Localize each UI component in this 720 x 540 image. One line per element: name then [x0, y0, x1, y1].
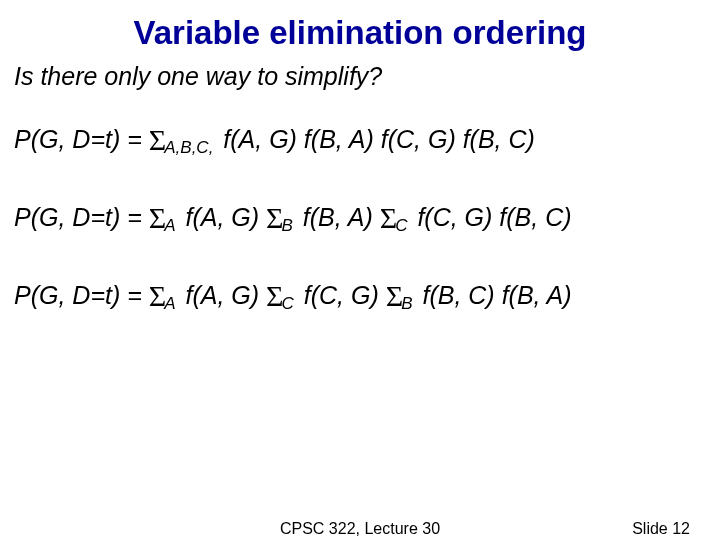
- eq1-sub: A,B,C,: [164, 138, 213, 157]
- slide-title: Variable elimination ordering: [0, 0, 720, 58]
- eq3-t2: f(C, G): [297, 281, 386, 309]
- eq3-t3: f(B, C) f(B, A): [416, 281, 572, 309]
- equation-1: P(G, D=t) = ΣA,B,C, f(A, G) f(B, A) f(C,…: [0, 91, 720, 157]
- eq2-subA: A: [164, 216, 175, 235]
- eq2-lhs: P(G, D=t) =: [14, 203, 149, 231]
- footer-lecture: CPSC 322, Lecture 30: [0, 520, 720, 538]
- equation-3: P(G, D=t) = ΣA f(A, G) ΣC f(C, G) ΣB f(B…: [0, 235, 720, 313]
- eq2-t1: f(A, G): [179, 203, 267, 231]
- eq2-subC: C: [395, 216, 407, 235]
- eq3-t1: f(A, G): [179, 281, 267, 309]
- question-text: Is there only one way to simplify?: [0, 58, 720, 91]
- eq3-subA: A: [164, 294, 175, 313]
- eq1-rhs: f(A, G) f(B, A) f(C, G) f(B, C): [216, 125, 535, 153]
- footer-slide-number: Slide 12: [632, 520, 690, 538]
- sigma-icon: Σ: [266, 279, 283, 313]
- eq2-t2: f(B, A): [296, 203, 380, 231]
- equation-2: P(G, D=t) = ΣA f(A, G) ΣB f(B, A) ΣC f(C…: [0, 157, 720, 235]
- eq3-subB: B: [401, 294, 412, 313]
- eq3-subC: C: [282, 294, 294, 313]
- eq3-lhs: P(G, D=t) =: [14, 281, 149, 309]
- eq1-lhs: P(G, D=t) =: [14, 125, 149, 153]
- sigma-icon: Σ: [266, 201, 283, 235]
- eq2-subB: B: [282, 216, 293, 235]
- slide: Variable elimination ordering Is there o…: [0, 0, 720, 540]
- eq2-t3: f(C, G) f(B, C): [410, 203, 571, 231]
